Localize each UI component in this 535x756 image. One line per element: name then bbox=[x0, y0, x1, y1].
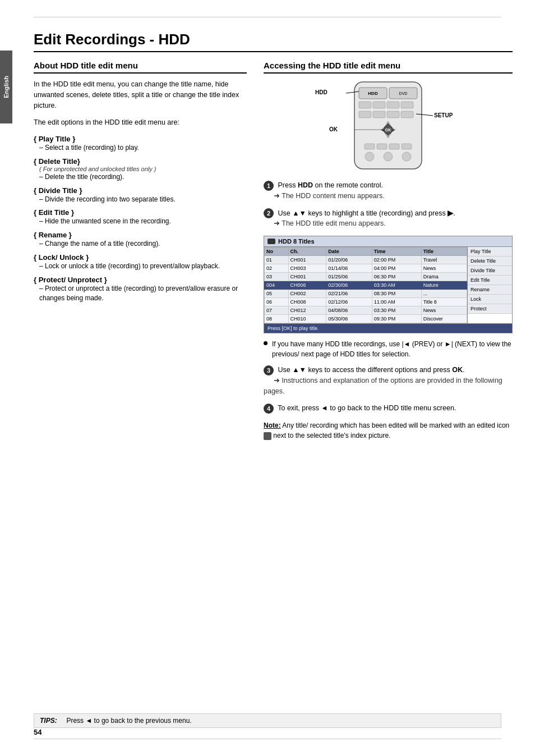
svg-rect-20 bbox=[377, 144, 387, 149]
col-title: Title bbox=[421, 248, 467, 256]
bottom-decorative-line bbox=[34, 739, 501, 739]
hdd-title-table: HDD 8 Titles No Ch. Date Time Title bbox=[264, 236, 513, 333]
table-row[interactable]: 06CH00802/12/0611:00 AMTitle 8 bbox=[265, 298, 467, 306]
svg-point-25 bbox=[402, 152, 411, 161]
step-1-arrow: ➜ The HDD content menu appears. bbox=[274, 192, 385, 200]
right-column: Accessing the HDD title edit menu HDD DV… bbox=[264, 61, 513, 441]
svg-rect-11 bbox=[387, 111, 399, 118]
svg-rect-19 bbox=[365, 144, 375, 149]
menu-item-rename: { Rename } – Change the name of a title … bbox=[34, 231, 247, 249]
step-3: 3 Use ▲▼ keys to access the different op… bbox=[264, 365, 513, 396]
hdd-menu-panel: Play Title Delete Title Divide Title Edi… bbox=[467, 247, 512, 323]
step-1: 1 Press HDD on the remote control. ➜ The… bbox=[264, 180, 513, 201]
svg-text:HDD: HDD bbox=[315, 89, 328, 95]
page-container: English Edit Recordings - HDD About HDD … bbox=[0, 0, 535, 756]
step-2: 2 Use ▲▼ keys to highlight a title (reco… bbox=[264, 208, 513, 230]
hdd-table-body: No Ch. Date Time Title 01CH00101/20/0602… bbox=[264, 247, 512, 323]
two-column-layout: About HDD title edit menu In the HDD tit… bbox=[34, 61, 513, 441]
svg-rect-6 bbox=[373, 102, 385, 108]
col-ch: Ch. bbox=[288, 248, 326, 256]
menu-item-divide-title-desc: – Divide the recording into two separate… bbox=[39, 195, 247, 204]
hdd-icon bbox=[268, 239, 275, 244]
remote-control-svg: HDD DVD bbox=[298, 79, 478, 172]
step-3-arrow: ➜ Instructions and explanation of the op… bbox=[264, 377, 502, 395]
step-4: 4 To exit, press ◄ to go back to the HDD… bbox=[264, 403, 513, 414]
hdd-table-title: HDD 8 Titles bbox=[278, 238, 315, 245]
menu-option-lock[interactable]: Lock bbox=[468, 295, 512, 304]
table-row[interactable]: 01CH00101/20/0602:00 PMTravel bbox=[265, 256, 467, 264]
svg-rect-9 bbox=[359, 111, 371, 118]
menu-item-delete-title: { Delete Title} ( For unprotected and un… bbox=[34, 157, 247, 182]
svg-rect-5 bbox=[359, 102, 371, 108]
page-number: 54 bbox=[34, 728, 41, 736]
menu-item-lock-unlock-desc: – Lock or unlock a title (recording) to … bbox=[39, 262, 247, 271]
col-date: Date bbox=[326, 248, 372, 256]
svg-text:OK: OK bbox=[385, 128, 391, 132]
menu-item-delete-title-label: { Delete Title} bbox=[34, 157, 247, 166]
svg-text:OK: OK bbox=[329, 126, 338, 132]
note-label: Note: bbox=[264, 421, 281, 429]
step-2-arrow: ➜ The HDD title edit menu appears. bbox=[274, 219, 386, 227]
menu-item-lock-unlock-label: { Lock/ Unlock } bbox=[34, 253, 247, 262]
menu-item-rename-label: { Rename } bbox=[34, 231, 247, 239]
table-row[interactable]: 08CH01005/30/0609:30 PMDiscover bbox=[265, 315, 467, 323]
table-row[interactable]: 03CH00101/25/0606:30 PMDrama bbox=[265, 273, 467, 281]
edited-icon bbox=[264, 432, 271, 440]
svg-point-23 bbox=[365, 152, 374, 161]
remote-control-diagram: HDD DVD bbox=[264, 79, 513, 172]
bullet-dot-icon bbox=[264, 341, 268, 345]
menu-item-edit-title-label: { Edit Title } bbox=[34, 208, 247, 217]
hdd-status-bar: Press [OK] to play title. bbox=[264, 323, 512, 333]
menu-item-protect-unprotect-label: { Protect/ Unprotect } bbox=[34, 276, 247, 284]
note-box: Note: Any title/ recording which has bee… bbox=[264, 420, 513, 441]
language-side-tab: English bbox=[0, 51, 12, 123]
page-title: Edit Recordings - HDD bbox=[34, 31, 513, 52]
menu-item-edit-title: { Edit Title } – Hide the unwanted scene… bbox=[34, 208, 247, 226]
right-section-header: Accessing the HDD title edit menu bbox=[264, 61, 513, 74]
tips-label: TIPS: bbox=[40, 717, 57, 725]
menu-item-divide-title-label: { Divide Title } bbox=[34, 186, 247, 195]
top-decorative-line bbox=[34, 17, 501, 17]
svg-rect-7 bbox=[387, 102, 399, 108]
menu-item-play-title-label: { Play Title } bbox=[34, 135, 247, 143]
step-4-number: 4 bbox=[264, 404, 274, 414]
menu-option-delete-title[interactable]: Delete Title bbox=[468, 256, 512, 266]
menu-item-lock-unlock: { Lock/ Unlock } – Lock or unlock a titl… bbox=[34, 253, 247, 271]
menu-item-divide-title: { Divide Title } – Divide the recording … bbox=[34, 186, 247, 204]
svg-text:SETUP: SETUP bbox=[434, 112, 453, 118]
menu-item-play-title-desc: – Select a title (recording) to play. bbox=[39, 143, 247, 153]
tips-bar: TIPS: Press ◄ to go back to the previous… bbox=[34, 713, 501, 728]
intro-text-1: In the HDD title edit menu, you can chan… bbox=[34, 79, 247, 111]
col-time: Time bbox=[372, 248, 421, 256]
svg-rect-22 bbox=[402, 144, 412, 149]
svg-text:▲: ▲ bbox=[386, 122, 390, 126]
svg-rect-12 bbox=[401, 111, 413, 118]
svg-text:►: ► bbox=[392, 128, 396, 132]
menu-option-edit-title[interactable]: Edit Title bbox=[468, 276, 512, 285]
table-row[interactable]: 07CH01204/08/0603:30 PMNews bbox=[265, 306, 467, 315]
svg-rect-8 bbox=[401, 102, 413, 108]
svg-text:▼: ▼ bbox=[386, 132, 390, 136]
svg-text:◄: ◄ bbox=[381, 128, 385, 132]
menu-option-rename[interactable]: Rename bbox=[468, 285, 512, 295]
bullet-point-prev-next: If you have many HDD title recordings, u… bbox=[264, 339, 513, 359]
menu-option-protect[interactable]: Protect bbox=[468, 304, 512, 314]
menu-item-protect-unprotect-desc: – Protect or unprotect a title (recordin… bbox=[39, 284, 247, 303]
step-3-number: 3 bbox=[264, 365, 274, 375]
svg-text:HDD: HDD bbox=[368, 91, 378, 96]
table-header-row: No Ch. Date Time Title bbox=[265, 248, 467, 256]
menu-item-delete-title-note: ( For unprotected and unlocked titles on… bbox=[39, 166, 247, 172]
intro-text-2: The edit options in the HDD title edit m… bbox=[34, 117, 247, 128]
tips-content: Press ◄ to go back to the previous menu. bbox=[66, 717, 191, 725]
menu-option-divide-title[interactable]: Divide Title bbox=[468, 266, 512, 276]
language-label: English bbox=[3, 76, 10, 98]
step-1-number: 1 bbox=[264, 181, 274, 191]
table-row[interactable]: 02CH00301/14/0604:00 PMNews bbox=[265, 264, 467, 273]
col-no: No bbox=[265, 248, 289, 256]
table-row-highlighted[interactable]: 004CH00602/30/0603:30 AMNature bbox=[265, 281, 467, 290]
menu-item-delete-title-desc: – Delete the title (recording). bbox=[39, 172, 247, 182]
step-2-number: 2 bbox=[264, 208, 274, 218]
menu-option-play-title[interactable]: Play Title bbox=[468, 247, 512, 256]
note-text-2: next to the selected title's index pictu… bbox=[273, 432, 390, 439]
table-row[interactable]: 05CH00202/21/0608:30 PM... bbox=[265, 290, 467, 298]
